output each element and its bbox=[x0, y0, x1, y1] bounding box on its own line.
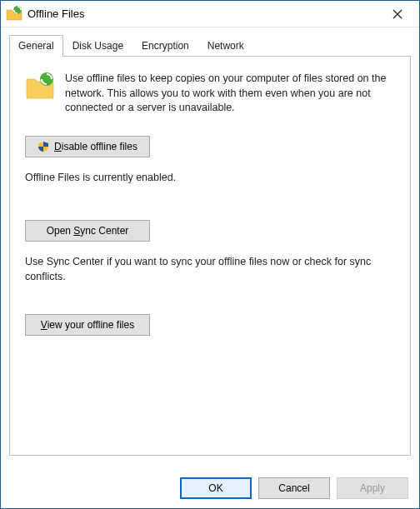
offline-folder-icon bbox=[25, 72, 55, 102]
tab-disk-usage[interactable]: Disk Usage bbox=[63, 35, 132, 57]
close-icon bbox=[392, 9, 402, 19]
disable-offline-files-button[interactable]: Disable offline files bbox=[25, 136, 150, 157]
sync-description: Use Sync Center if you want to sync your… bbox=[25, 255, 395, 284]
open-sync-center-button[interactable]: Open Sync Center bbox=[25, 220, 150, 242]
general-panel: Use offline files to keep copies on your… bbox=[9, 56, 411, 456]
tab-encryption[interactable]: Encryption bbox=[132, 35, 198, 57]
shield-icon bbox=[38, 141, 49, 152]
status-text: Offline Files is currently enabled. bbox=[25, 171, 395, 186]
disable-button-label: Disable offline files bbox=[54, 141, 138, 152]
dialog-button-row: OK Cancel Apply bbox=[180, 477, 408, 499]
window-title: Offline Files bbox=[28, 7, 84, 20]
view-offline-files-button[interactable]: View your offline files bbox=[25, 314, 150, 336]
apply-button[interactable]: Apply bbox=[337, 477, 408, 499]
tabstrip: General Disk Usage Encryption Network bbox=[9, 34, 411, 56]
app-icon bbox=[6, 6, 22, 22]
tab-general[interactable]: General bbox=[9, 35, 63, 57]
cancel-button[interactable]: Cancel bbox=[258, 477, 330, 499]
intro-text: Use offline files to keep copies on your… bbox=[65, 72, 395, 116]
close-button[interactable] bbox=[381, 2, 414, 26]
titlebar: Offline Files bbox=[1, 1, 419, 27]
view-button-label: View your offline files bbox=[41, 319, 134, 331]
sync-button-label: Open Sync Center bbox=[47, 225, 129, 237]
ok-button[interactable]: OK bbox=[180, 477, 252, 499]
tab-network[interactable]: Network bbox=[198, 35, 253, 57]
